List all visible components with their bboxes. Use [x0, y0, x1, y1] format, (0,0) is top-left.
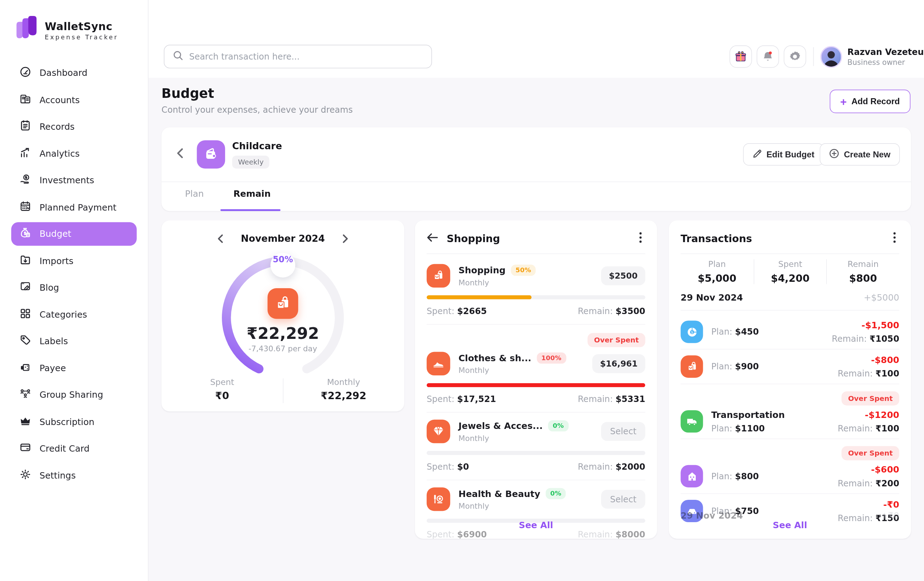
sidebar-item-blog[interactable]: Blog: [12, 276, 137, 300]
group-date: 29 Nov 2024: [680, 292, 743, 303]
select-button[interactable]: Select: [601, 490, 645, 509]
transaction-amount: -$800: [838, 355, 899, 365]
svg-text:$: $: [690, 330, 693, 334]
amount-pill: $2500: [601, 267, 645, 286]
sidebar-item-credit-card[interactable]: Credit Card: [12, 437, 137, 461]
sidebar-item-label: Blog: [40, 282, 59, 293]
topbar: Razvan Vezeteu Business owner: [148, 0, 924, 78]
planned-payment-icon: [20, 200, 31, 214]
logo[interactable]: WalletSync Expense Tracker: [0, 0, 148, 51]
create-new-button[interactable]: Create New: [820, 143, 900, 165]
transaction-row-transportation[interactable]: Over Spent Transportation Plan: $1100 -$…: [680, 384, 899, 439]
item-name: Jewels & Acces...: [459, 421, 543, 431]
plan-value: $5,000: [680, 272, 754, 284]
budget-item-clothes[interactable]: Over Spent Clothes & sh... 100% Monthly: [427, 325, 645, 413]
sidebar-item-accounts[interactable]: Accounts: [12, 88, 137, 112]
rewards-gift-button[interactable]: [729, 45, 752, 68]
spent-value: ₹0: [162, 390, 283, 401]
sidebar-item-label: Settings: [40, 470, 76, 481]
over-spent-badge: Over Spent: [587, 333, 645, 347]
edit-budget-button[interactable]: Edit Budget: [743, 143, 824, 165]
month-label: November 2024: [162, 233, 404, 244]
kebab-menu-icon[interactable]: [636, 231, 645, 246]
remain-value: ₹1050: [870, 334, 899, 344]
plan-value: $800: [735, 472, 759, 481]
see-all-link[interactable]: See All: [669, 520, 911, 530]
walletsync-logo-icon: [13, 15, 39, 45]
user-name[interactable]: Razvan Vezeteu: [847, 47, 924, 57]
remain-label: Remain: [827, 259, 899, 269]
sidebar-item-payee[interactable]: Payee: [12, 356, 137, 380]
spent-value: $0: [457, 462, 469, 472]
avatar[interactable]: [820, 46, 842, 68]
back-chevron-icon[interactable]: [177, 146, 190, 160]
sidebar-item-settings[interactable]: Settings: [12, 464, 137, 487]
sidebar-item-records[interactable]: Records: [12, 115, 137, 139]
sidebar-item-labels[interactable]: Labels: [12, 329, 137, 353]
tab-remain[interactable]: Remain: [233, 188, 271, 199]
truck-icon: [680, 410, 703, 432]
sidebar-item-categories[interactable]: Categories: [12, 303, 137, 327]
sidebar-item-group-sharing[interactable]: Group Sharing: [12, 383, 137, 407]
spent-value: $2665: [457, 307, 487, 316]
sidebar-item-label: Categories: [40, 309, 87, 320]
sidebar-item-budget[interactable]: Budget: [12, 222, 137, 246]
spent-value: $6900: [457, 530, 487, 539]
sidebar-item-planned-payment[interactable]: Planned Payment: [12, 195, 137, 219]
budget-item-shopping[interactable]: Shopping 50% Monthly $2500 Spent: $2665 …: [427, 257, 645, 325]
childcare-wallet-icon: [197, 140, 225, 169]
transaction-row[interactable]: Over Spent Plan: $800 -$600 Remain: ₹200: [680, 439, 899, 494]
plan-value: $900: [735, 362, 759, 371]
see-all-link[interactable]: See All: [415, 520, 657, 530]
transaction-row[interactable]: Plan: $900 -$800 Remain: ₹100: [680, 350, 899, 384]
sidebar-item-label: Investments: [40, 175, 94, 186]
sidebar-item-analytics[interactable]: Analytics: [12, 142, 137, 165]
progress-track: [427, 295, 645, 300]
subscription-icon: [20, 415, 31, 429]
topbar-divider: [813, 47, 814, 66]
transaction-amount: -₹0: [838, 499, 899, 510]
sidebar-item-investments[interactable]: Investments: [12, 169, 137, 193]
credit-card-icon: [20, 441, 31, 456]
house-icon: [680, 465, 703, 487]
sidebar-item-imports[interactable]: Imports: [12, 249, 137, 272]
brand-tagline: Expense Tracker: [45, 33, 118, 40]
group-gain: +₹0: [881, 510, 899, 521]
remain-value: ₹100: [875, 369, 899, 379]
settings-gear-icon: [20, 468, 31, 482]
back-arrow-icon[interactable]: [427, 233, 439, 244]
transaction-row[interactable]: $ Plan: $450 -$1,500 Remain: ₹1050: [680, 315, 899, 350]
sidebar-item-label: Records: [40, 122, 74, 132]
budget-item-jewels[interactable]: Jewels & Acces... 0% Monthly Select Spen…: [427, 413, 645, 480]
kebab-menu-icon[interactable]: [890, 231, 899, 246]
remain-value: ₹200: [875, 479, 899, 488]
search-input[interactable]: [189, 52, 423, 61]
makeup-icon: [427, 487, 450, 511]
gem-icon: [427, 420, 450, 444]
date-group-header: 29 Nov 2024 +₹0: [680, 510, 899, 521]
next-month-chevron-icon[interactable]: [338, 231, 352, 246]
item-period: Monthly: [459, 278, 536, 287]
settings-gear-button[interactable]: [784, 45, 806, 68]
progress-track: [427, 451, 645, 455]
item-period: Monthly: [459, 502, 566, 510]
divider: [283, 378, 284, 403]
pie-coin-icon: $: [680, 320, 703, 343]
sidebar-item-label: Accounts: [40, 95, 80, 105]
add-record-button[interactable]: + Add Record: [830, 90, 911, 114]
tab-plan[interactable]: Plan: [185, 188, 204, 199]
sidebar-nav: Dashboard Accounts Records Analytics Inv…: [0, 61, 148, 487]
active-tab-underline: [221, 209, 281, 211]
sidebar-item-subscription[interactable]: Subscription: [12, 410, 137, 434]
create-new-label: Create New: [844, 150, 890, 159]
search-box[interactable]: [164, 45, 432, 68]
notifications-bell-button[interactable]: [757, 45, 779, 68]
select-button[interactable]: Select: [601, 422, 645, 441]
sidebar-item-label: Analytics: [40, 148, 79, 159]
monthly-value: ₹22,292: [283, 390, 404, 401]
records-icon: [20, 120, 31, 134]
sidebar-item-dashboard[interactable]: Dashboard: [12, 61, 137, 85]
item-period: Monthly: [459, 434, 569, 443]
spent-label: Spent: [754, 259, 827, 269]
add-record-label: Add Record: [851, 97, 900, 106]
